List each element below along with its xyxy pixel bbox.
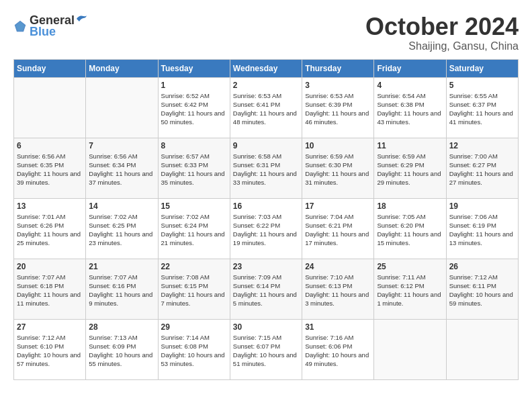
calendar-cell: 14Sunrise: 7:02 AM Sunset: 6:25 PM Dayli…	[86, 198, 158, 259]
calendar-cell: 10Sunrise: 6:59 AM Sunset: 6:30 PM Dayli…	[302, 138, 374, 198]
day-info: Sunrise: 7:14 AM Sunset: 6:08 PM Dayligh…	[161, 333, 227, 369]
day-info: Sunrise: 6:57 AM Sunset: 6:33 PM Dayligh…	[161, 152, 227, 187]
calendar-cell: 27Sunrise: 7:12 AM Sunset: 6:10 PM Dayli…	[14, 319, 86, 379]
day-info: Sunrise: 7:05 AM Sunset: 6:20 PM Dayligh…	[377, 212, 443, 248]
calendar-header-row: SundayMondayTuesdayWednesdayThursdayFrid…	[14, 59, 519, 77]
day-info: Sunrise: 7:10 AM Sunset: 6:13 PM Dayligh…	[305, 273, 371, 308]
calendar-week-2: 6Sunrise: 6:56 AM Sunset: 6:35 PM Daylig…	[14, 138, 519, 198]
day-number: 27	[17, 322, 83, 332]
calendar-cell: 17Sunrise: 7:04 AM Sunset: 6:21 PM Dayli…	[302, 198, 374, 259]
day-number: 21	[89, 262, 154, 271]
calendar-week-5: 27Sunrise: 7:12 AM Sunset: 6:10 PM Dayli…	[14, 319, 519, 379]
day-number: 12	[449, 141, 515, 150]
day-info: Sunrise: 6:56 AM Sunset: 6:35 PM Dayligh…	[17, 152, 83, 187]
calendar-cell: 13Sunrise: 7:01 AM Sunset: 6:26 PM Dayli…	[14, 198, 86, 259]
day-number: 9	[233, 141, 299, 150]
day-number: 6	[17, 141, 83, 150]
calendar-header-monday: Monday	[86, 59, 158, 77]
calendar-header-wednesday: Wednesday	[230, 59, 302, 77]
calendar-header-sunday: Sunday	[14, 59, 86, 77]
day-info: Sunrise: 7:01 AM Sunset: 6:26 PM Dayligh…	[17, 212, 83, 248]
calendar-cell: 8Sunrise: 6:57 AM Sunset: 6:33 PM Daylig…	[158, 138, 230, 198]
day-info: Sunrise: 6:59 AM Sunset: 6:29 PM Dayligh…	[377, 152, 443, 187]
calendar-body: 1Sunrise: 6:52 AM Sunset: 6:42 PM Daylig…	[14, 77, 519, 379]
day-info: Sunrise: 7:00 AM Sunset: 6:27 PM Dayligh…	[449, 152, 515, 187]
day-number: 20	[17, 262, 83, 271]
calendar-table: SundayMondayTuesdayWednesdayThursdayFrid…	[13, 59, 519, 380]
day-number: 3	[305, 81, 371, 90]
day-number: 11	[377, 141, 443, 150]
calendar-cell: 21Sunrise: 7:07 AM Sunset: 6:16 PM Dayli…	[86, 259, 158, 319]
day-number: 24	[305, 262, 371, 271]
day-number: 23	[233, 262, 299, 271]
day-info: Sunrise: 7:04 AM Sunset: 6:21 PM Dayligh…	[305, 212, 371, 248]
calendar-cell: 7Sunrise: 6:56 AM Sunset: 6:34 PM Daylig…	[86, 138, 158, 198]
calendar-header-thursday: Thursday	[302, 59, 374, 77]
calendar-cell: 28Sunrise: 7:13 AM Sunset: 6:09 PM Dayli…	[86, 319, 158, 379]
calendar-cell: 31Sunrise: 7:16 AM Sunset: 6:06 PM Dayli…	[302, 319, 374, 379]
day-number: 26	[449, 262, 515, 271]
calendar-cell: 19Sunrise: 7:06 AM Sunset: 6:19 PM Dayli…	[446, 198, 518, 259]
day-info: Sunrise: 7:06 AM Sunset: 6:19 PM Dayligh…	[449, 212, 515, 248]
day-info: Sunrise: 6:56 AM Sunset: 6:34 PM Dayligh…	[89, 152, 154, 187]
day-info: Sunrise: 7:16 AM Sunset: 6:06 PM Dayligh…	[305, 333, 371, 369]
day-number: 16	[233, 201, 299, 211]
day-info: Sunrise: 7:03 AM Sunset: 6:22 PM Dayligh…	[233, 212, 299, 248]
calendar-cell: 11Sunrise: 6:59 AM Sunset: 6:29 PM Dayli…	[374, 138, 446, 198]
calendar-header-friday: Friday	[374, 59, 446, 77]
logo-text: General Blue	[30, 13, 88, 39]
day-info: Sunrise: 6:53 AM Sunset: 6:41 PM Dayligh…	[233, 91, 299, 127]
day-info: Sunrise: 7:02 AM Sunset: 6:24 PM Dayligh…	[161, 212, 227, 248]
day-info: Sunrise: 7:12 AM Sunset: 6:11 PM Dayligh…	[449, 273, 515, 308]
day-number: 15	[161, 201, 227, 211]
day-number: 29	[161, 322, 227, 332]
calendar-cell: 3Sunrise: 6:53 AM Sunset: 6:39 PM Daylig…	[302, 77, 374, 138]
calendar-week-1: 1Sunrise: 6:52 AM Sunset: 6:42 PM Daylig…	[14, 77, 519, 138]
day-number: 30	[233, 322, 299, 332]
calendar-cell: 23Sunrise: 7:09 AM Sunset: 6:14 PM Dayli…	[230, 259, 302, 319]
day-info: Sunrise: 7:07 AM Sunset: 6:18 PM Dayligh…	[17, 273, 83, 308]
title-block: October 2024 Shaijing, Gansu, China	[365, 13, 519, 52]
day-info: Sunrise: 7:12 AM Sunset: 6:10 PM Dayligh…	[17, 333, 83, 369]
day-info: Sunrise: 6:58 AM Sunset: 6:31 PM Dayligh…	[233, 152, 299, 187]
logo-icon	[13, 19, 27, 33]
calendar-cell: 26Sunrise: 7:12 AM Sunset: 6:11 PM Dayli…	[446, 259, 518, 319]
logo-bird-icon	[75, 13, 87, 24]
calendar-cell: 4Sunrise: 6:54 AM Sunset: 6:38 PM Daylig…	[374, 77, 446, 138]
day-info: Sunrise: 6:54 AM Sunset: 6:38 PM Dayligh…	[377, 91, 443, 127]
calendar-cell: 12Sunrise: 7:00 AM Sunset: 6:27 PM Dayli…	[446, 138, 518, 198]
calendar-cell: 9Sunrise: 6:58 AM Sunset: 6:31 PM Daylig…	[230, 138, 302, 198]
calendar-week-3: 13Sunrise: 7:01 AM Sunset: 6:26 PM Dayli…	[14, 198, 519, 259]
day-info: Sunrise: 7:08 AM Sunset: 6:15 PM Dayligh…	[161, 273, 227, 308]
day-info: Sunrise: 7:09 AM Sunset: 6:14 PM Dayligh…	[233, 273, 299, 308]
calendar-cell	[14, 77, 86, 138]
day-info: Sunrise: 6:59 AM Sunset: 6:30 PM Dayligh…	[305, 152, 371, 187]
day-info: Sunrise: 6:53 AM Sunset: 6:39 PM Dayligh…	[305, 91, 371, 127]
day-number: 4	[377, 81, 443, 90]
day-number: 17	[305, 201, 371, 211]
calendar-cell: 16Sunrise: 7:03 AM Sunset: 6:22 PM Dayli…	[230, 198, 302, 259]
calendar-cell: 20Sunrise: 7:07 AM Sunset: 6:18 PM Dayli…	[14, 259, 86, 319]
day-number: 31	[305, 322, 371, 332]
calendar-cell: 2Sunrise: 6:53 AM Sunset: 6:41 PM Daylig…	[230, 77, 302, 138]
day-info: Sunrise: 6:52 AM Sunset: 6:42 PM Dayligh…	[161, 91, 227, 127]
location-title: Shaijing, Gansu, China	[365, 40, 519, 52]
calendar-cell: 15Sunrise: 7:02 AM Sunset: 6:24 PM Dayli…	[158, 198, 230, 259]
day-info: Sunrise: 7:15 AM Sunset: 6:07 PM Dayligh…	[233, 333, 299, 369]
calendar-cell: 1Sunrise: 6:52 AM Sunset: 6:42 PM Daylig…	[158, 77, 230, 138]
day-number: 28	[89, 322, 154, 332]
day-number: 5	[449, 81, 515, 90]
calendar-cell: 5Sunrise: 6:55 AM Sunset: 6:37 PM Daylig…	[446, 77, 518, 138]
page-header: General Blue October 2024 Shaijing, Gans…	[13, 13, 519, 52]
calendar-cell	[374, 319, 446, 379]
day-info: Sunrise: 7:13 AM Sunset: 6:09 PM Dayligh…	[89, 333, 154, 369]
day-number: 8	[161, 141, 227, 150]
day-number: 18	[377, 201, 443, 211]
day-number: 1	[161, 81, 227, 90]
day-info: Sunrise: 7:02 AM Sunset: 6:25 PM Dayligh…	[89, 212, 154, 248]
day-info: Sunrise: 7:11 AM Sunset: 6:12 PM Dayligh…	[377, 273, 443, 308]
calendar-cell	[446, 319, 518, 379]
calendar-header-saturday: Saturday	[446, 59, 518, 77]
day-number: 2	[233, 81, 299, 90]
calendar-cell: 24Sunrise: 7:10 AM Sunset: 6:13 PM Dayli…	[302, 259, 374, 319]
